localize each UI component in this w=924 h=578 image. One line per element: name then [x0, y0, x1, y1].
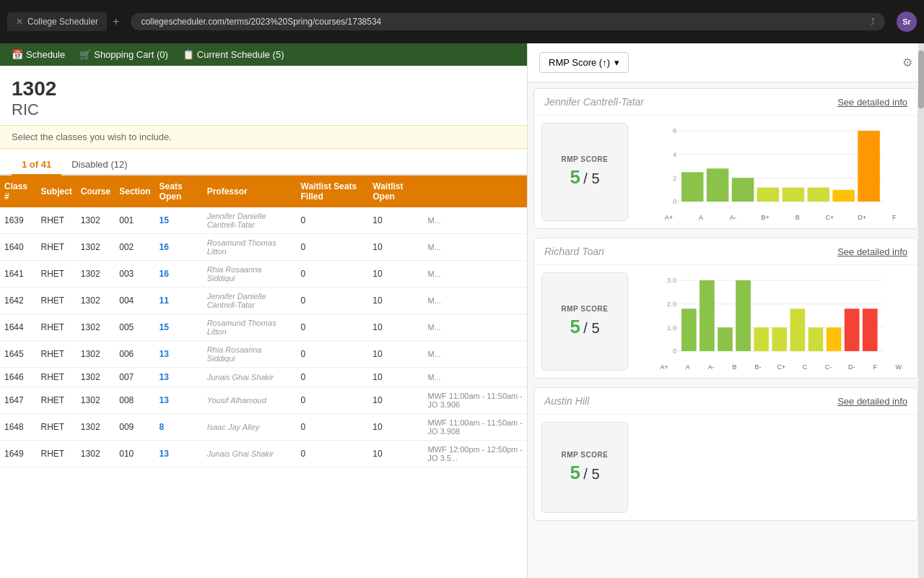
- cell-subject: RHET: [37, 387, 77, 414]
- col-class-num: Class #: [0, 176, 37, 207]
- cell-class-num: 1645: [0, 341, 37, 368]
- cell-waitlist-open: 10: [368, 234, 423, 261]
- nav-schedule[interactable]: 📅 Schedule: [12, 49, 65, 60]
- table-row[interactable]: 1648 RHET 1302 009 8 Isaac Jay Alley 0 1…: [0, 414, 527, 441]
- panel-content: Jennifer Cantrell-Tatar See detailed inf…: [528, 82, 924, 578]
- table-row[interactable]: 1640 RHET 1302 002 16 Rosamund Thomas Li…: [0, 234, 527, 261]
- panel-header: RMP Score (↑) ▾ ⚙: [528, 43, 924, 82]
- cell-seats: 15: [155, 207, 203, 234]
- browser-chrome: ✕ College Scheduler + collegescheduler.c…: [0, 0, 924, 43]
- cell-section: 005: [115, 314, 154, 341]
- schedule-icon: 📋: [183, 49, 194, 60]
- table-row[interactable]: 1644 RHET 1302 005 15 Rosamund Thomas Li…: [0, 314, 527, 341]
- svg-rect-33: [845, 309, 860, 351]
- svg-text:3.0: 3.0: [667, 276, 677, 284]
- professor-card: Austin Hill See detailed info RMP SCORE …: [533, 387, 918, 521]
- card-body-1: RMP SCORE 5 / 5 01.02.03.0 A+AA-BB-C+CC-…: [534, 265, 918, 378]
- cell-professor: Rhia Rosaanna Siddiqui: [203, 341, 297, 368]
- cell-waitlist-filled: 0: [297, 288, 369, 314]
- address-bar[interactable]: collegescheduler.com/terms/2023%20Spring…: [131, 13, 885, 30]
- cell-waitlist-open: 10: [368, 207, 423, 234]
- cell-waitlist-open: 10: [368, 341, 423, 368]
- cell-class-num: 1648: [0, 414, 37, 441]
- cell-waitlist-open: 10: [368, 387, 423, 414]
- table-row[interactable]: 1641 RHET 1302 003 16 Rhia Rosaanna Sidd…: [0, 261, 527, 288]
- svg-text:0: 0: [673, 347, 677, 355]
- table-row[interactable]: 1647 RHET 1302 008 13 Yousif Alhamoud 0 …: [0, 387, 527, 414]
- svg-text:1.0: 1.0: [667, 324, 677, 332]
- table-row[interactable]: 1646 RHET 1302 007 13 Junais Ghai Shakir…: [0, 368, 527, 387]
- cell-schedule: M...: [424, 288, 527, 314]
- cell-course: 1302: [77, 341, 115, 368]
- svg-text:4: 4: [673, 150, 677, 158]
- rmp-label-2: RMP SCORE: [562, 451, 609, 459]
- col-seats-open: Seats Open: [155, 176, 203, 207]
- rmp-value-1: 5 / 5: [570, 316, 599, 338]
- class-table-container: Class # Subject Course Section Seats Ope…: [0, 176, 527, 467]
- tab-title: College Scheduler: [27, 17, 98, 27]
- col-professor: Professor: [203, 176, 297, 207]
- cell-waitlist-filled: 0: [297, 414, 369, 441]
- nav-shopping-cart[interactable]: 🛒 Shopping Cart (0): [79, 49, 168, 60]
- nav-current-schedule[interactable]: 📋 Current Schedule (5): [183, 49, 284, 60]
- table-row[interactable]: 1642 RHET 1302 004 11 Jennifer Danielle …: [0, 288, 527, 314]
- url-text: collegescheduler.com/terms/2023%20Spring…: [141, 17, 381, 27]
- rmp-slash-2: /: [583, 466, 591, 482]
- sort-dropdown[interactable]: RMP Score (↑) ▾: [539, 52, 629, 73]
- cell-course: 1302: [77, 288, 115, 314]
- svg-rect-9: [707, 168, 729, 202]
- cell-schedule: MWF 11:00am - 11:50am - JO 3.906: [424, 387, 527, 414]
- website-content: 📅 Schedule 🛒 Shopping Cart (0) 📋 Current…: [0, 43, 527, 578]
- cell-waitlist-open: 10: [368, 414, 423, 441]
- cell-professor: Jennifer Danielle Cantrell-Tatar: [203, 207, 297, 234]
- tab-disabled[interactable]: Disabled (12): [61, 155, 137, 176]
- professor-name-1: Richard Toan: [544, 246, 604, 257]
- table-row[interactable]: 1649 RHET 1302 010 13 Junais Ghai Shakir…: [0, 441, 527, 467]
- cell-professor: Jennifer Danielle Cantrell-Tatar: [203, 288, 297, 314]
- cell-professor: Junais Ghai Shakir: [203, 368, 297, 387]
- tab-active[interactable]: 1 of 41: [12, 155, 61, 176]
- tab-close[interactable]: ✕: [16, 17, 23, 27]
- cell-subject: RHET: [37, 261, 77, 288]
- scrollbar[interactable]: [918, 43, 924, 578]
- card-header-2: Austin Hill See detailed info: [534, 388, 918, 415]
- see-details-link-0[interactable]: See detailed info: [837, 97, 907, 108]
- share-icon: ⤴: [871, 17, 875, 27]
- cell-professor: Yousif Alhamoud: [203, 387, 297, 414]
- svg-rect-31: [808, 327, 824, 351]
- table-row[interactable]: 1645 RHET 1302 006 13 Rhia Rosaanna Sidd…: [0, 341, 527, 368]
- cell-waitlist-filled: 0: [297, 207, 369, 234]
- settings-icon[interactable]: ⚙: [902, 56, 912, 69]
- cell-waitlist-open: 10: [368, 441, 423, 467]
- col-waitlist-open: Waitlist Open: [368, 176, 423, 207]
- card-body-0: RMP SCORE 5 / 5 0246 A+AA-B+BC+D+F: [534, 116, 918, 228]
- svg-rect-12: [783, 187, 805, 202]
- cell-course: 1302: [77, 387, 115, 414]
- see-details-link-2[interactable]: See detailed info: [837, 396, 907, 407]
- see-details-link-1[interactable]: See detailed info: [837, 246, 907, 257]
- cell-seats: 11: [155, 288, 203, 314]
- browser-tab[interactable]: ✕ College Scheduler: [7, 12, 107, 31]
- svg-rect-13: [808, 187, 830, 202]
- rmp-score-box-2: RMP SCORE 5 / 5: [541, 422, 628, 513]
- cell-waitlist-filled: 0: [297, 441, 369, 467]
- browser-actions: Sr: [897, 12, 917, 32]
- cell-schedule: MWF 12:00pm - 12:50pm - JO 3.5...: [424, 441, 527, 467]
- course-section: 1302 RIC: [0, 66, 527, 125]
- profile-button[interactable]: Sr: [897, 12, 917, 32]
- cell-professor: Isaac Jay Alley: [203, 414, 297, 441]
- calendar-icon: 📅: [12, 49, 23, 60]
- svg-rect-10: [732, 178, 754, 202]
- cell-waitlist-filled: 0: [297, 314, 369, 341]
- scrollbar-thumb: [918, 51, 924, 108]
- rmp-value-0: 5 / 5: [570, 166, 599, 189]
- cell-professor: Rhia Rosaanna Siddiqui: [203, 261, 297, 288]
- cell-class-num: 1644: [0, 314, 37, 341]
- new-tab-button[interactable]: +: [113, 15, 119, 28]
- cell-course: 1302: [77, 234, 115, 261]
- table-row[interactable]: 1639 RHET 1302 001 15 Jennifer Danielle …: [0, 207, 527, 234]
- svg-rect-11: [757, 187, 780, 202]
- svg-rect-29: [772, 327, 787, 351]
- professor-name-0: Jennifer Cantrell-Tatar: [544, 96, 644, 108]
- cell-schedule: M...: [424, 261, 527, 288]
